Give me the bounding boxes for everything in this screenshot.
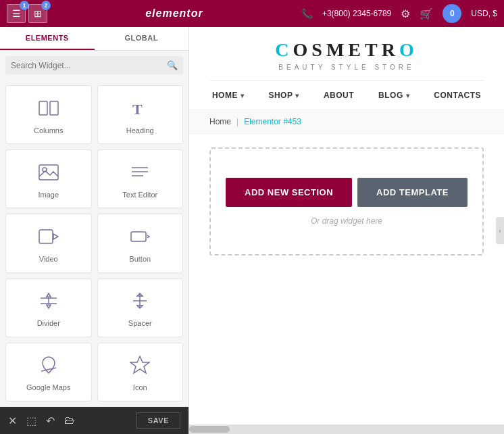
widget-text-editor[interactable]: Text Editor [97,149,184,208]
sidebar-collapse-handle[interactable]: ‹ [496,217,504,244]
app-title: elementor [145,7,203,20]
widget-divider-label: Divider [37,319,60,327]
logo-teal-c: C [275,39,293,60]
svg-rect-1 [50,101,58,115]
breadcrumb-separator: | [236,117,238,126]
svg-marker-15 [47,293,51,297]
grid-badge: 2 [41,1,51,10]
button-icon [130,226,150,249]
shop-dropdown-arrow: ▾ [295,92,299,99]
canvas-area: COSMETRO BEAUTY STYLE STORE HOME ▾ SHOP … [189,27,504,434]
history-icon[interactable]: ↶ [46,414,55,427]
video-icon [39,226,59,249]
blog-dropdown-arrow: ▾ [406,92,410,99]
widget-button-label: Button [129,255,151,263]
save-button[interactable]: SAVE [136,412,180,429]
widget-heading[interactable]: T Heading [97,85,184,144]
widget-video[interactable]: Video [5,214,92,272]
svg-rect-0 [39,101,47,115]
widget-columns-label: Columns [34,126,63,135]
sidebar: ELEMENTS GLOBAL 🔍 Columns T [0,27,189,434]
top-bar-left: ☰ 1 ⊞ 2 [7,4,47,23]
search-input[interactable] [11,61,163,70]
add-template-button[interactable]: ADD TEMPLATE [357,178,468,207]
site-tagline: BEAUTY STYLE STORE [278,64,414,71]
home-dropdown-arrow: ▾ [241,92,245,99]
svg-line-21 [41,368,56,371]
search-box: 🔍 [5,56,183,74]
site-logo: COSMETRO [275,39,418,61]
site-header: COSMETRO BEAUTY STYLE STORE HOME ▾ SHOP … [189,27,504,110]
close-toolbar-icon[interactable]: ✕ [8,414,17,427]
breadcrumb-home[interactable]: Home [209,117,231,126]
hamburger-button[interactable]: ☰ 1 [7,4,26,23]
widget-google-maps[interactable]: Google Maps [5,343,92,402]
svg-rect-3 [39,165,58,180]
logo-o1: OSMETR [293,39,399,60]
currency-label: USD, $ [471,9,497,18]
top-bar: ☰ 1 ⊞ 2 elementor 📞 +3(800) 2345-6789 ⚙ … [0,0,504,27]
phone-icon: 📞 [301,8,313,19]
folder-icon[interactable]: 🗁 [64,414,75,427]
nav-about[interactable]: ABOUT [324,91,354,100]
toolbar-left-icons: ✕ ⬚ ↶ 🗁 [8,414,75,427]
svg-point-20 [46,361,51,366]
nav-blog[interactable]: BLOG ▾ [378,91,409,100]
widget-image[interactable]: Image [5,149,92,208]
nav-shop[interactable]: SHOP ▾ [268,91,299,100]
svg-rect-8 [39,230,53,243]
svg-rect-10 [131,232,146,241]
widget-icon[interactable]: Icon [97,343,184,402]
widget-button[interactable]: Button [97,214,184,272]
scrollbar-thumb[interactable] [189,426,230,433]
widget-heading-label: Heading [126,126,154,135]
widget-icon-label: Icon [133,383,147,391]
user-avatar[interactable]: 0 [443,4,461,23]
editor-zone-buttons: ADD NEW SECTION ADD TEMPLATE [226,178,468,207]
breadcrumb: Home | Elementor #453 [189,110,504,134]
sidebar-toolbar: ✕ ⬚ ↶ 🗁 SAVE [0,407,188,434]
elementor-logo-text: elementor [145,7,203,19]
top-bar-right: 📞 +3(800) 2345-6789 ⚙ 🛒 0 USD, $ [301,4,497,23]
editor-drop-zone: ADD NEW SECTION ADD TEMPLATE Or drag wid… [209,147,484,256]
widget-spacer-label: Spacer [128,319,152,327]
widgets-grid: Columns T Heading Image [0,80,188,407]
tab-elements[interactable]: ELEMENTS [0,27,95,50]
image-icon [39,162,59,185]
settings-icon[interactable]: ⚙ [401,7,410,20]
canvas-horizontal-scrollbar[interactable] [189,425,504,434]
icon-widget-icon [130,355,150,378]
widget-video-label: Video [39,255,58,263]
widget-text-editor-label: Text Editor [122,191,157,199]
widget-divider[interactable]: Divider [5,279,92,337]
phone-number: +3(800) 2345-6789 [322,9,391,18]
heading-icon: T [130,98,150,121]
tab-global[interactable]: GLOBAL [95,27,189,50]
breadcrumb-current: Elementor #453 [244,117,301,126]
preview-icon[interactable]: ⬚ [26,414,36,427]
svg-marker-14 [47,305,51,308]
website-preview: COSMETRO BEAUTY STYLE STORE HOME ▾ SHOP … [189,27,504,425]
search-icon: 🔍 [167,60,178,70]
nav-home[interactable]: HOME ▾ [212,91,245,100]
logo-teal-o: O [399,39,418,60]
site-nav: HOME ▾ SHOP ▾ ABOUT BLOG ▾ C [209,81,484,110]
widget-google-maps-label: Google Maps [26,383,70,391]
hamburger-badge: 1 [20,1,29,10]
google-maps-icon [39,355,59,378]
nav-contacts[interactable]: CONTACTS [434,91,481,100]
widget-image-label: Image [38,191,59,199]
main-layout: ELEMENTS GLOBAL 🔍 Columns T [0,27,504,434]
text-editor-icon [130,162,150,185]
widget-spacer[interactable]: Spacer [97,279,184,337]
columns-icon [39,98,59,121]
svg-marker-9 [53,234,58,239]
sidebar-tabs: ELEMENTS GLOBAL [0,27,188,51]
drag-hint: Or drag widget here [311,216,382,226]
avatar-count: 0 [450,9,455,18]
add-new-section-button[interactable]: ADD NEW SECTION [226,178,352,207]
widget-columns[interactable]: Columns [5,85,92,144]
grid-view-button[interactable]: ⊞ 2 [28,4,47,23]
svg-text:T: T [132,101,143,118]
cart-icon[interactable]: 🛒 [420,7,433,20]
